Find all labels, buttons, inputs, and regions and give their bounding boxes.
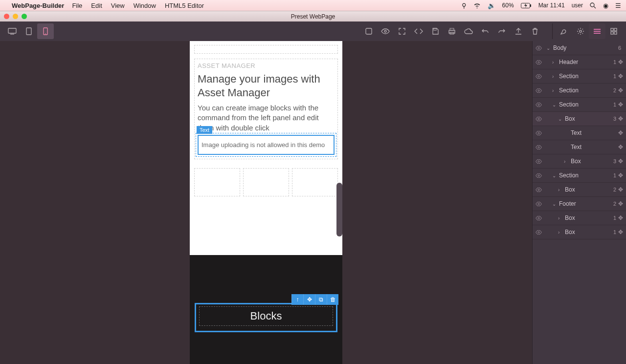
selected-text[interactable]: Image uploading is not allowed in this d…: [198, 135, 335, 155]
settings-panel-button[interactable]: [572, 23, 589, 39]
drag-handle-icon[interactable]: ✥: [618, 172, 623, 179]
visibility-toggle-icon[interactable]: [536, 60, 544, 64]
cloud-button[interactable]: [460, 23, 477, 39]
chevron-right-icon[interactable]: ›: [552, 74, 559, 79]
drag-handle-icon[interactable]: ✥: [618, 200, 623, 207]
visibility-toggle-icon[interactable]: [536, 46, 544, 50]
layer-row-text[interactable]: Text✥: [533, 126, 626, 140]
visibility-toggle-icon[interactable]: [536, 103, 544, 107]
layer-row-box[interactable]: ⌄Box3✥: [533, 112, 626, 126]
layer-label[interactable]: Box: [571, 158, 613, 165]
menu-window[interactable]: Window: [134, 2, 156, 9]
layers-panel-button[interactable]: [589, 23, 605, 39]
close-window-button[interactable]: [4, 14, 9, 19]
blocks-section-selected[interactable]: Blocks: [195, 303, 337, 332]
layer-row-section[interactable]: ⌄Section1✥: [533, 98, 626, 112]
layer-label[interactable]: Footer: [559, 200, 613, 207]
device-tablet-button[interactable]: [21, 23, 37, 39]
drag-handle-icon[interactable]: ✥: [618, 59, 623, 65]
selected-element[interactable]: Text Image uploading is not allowed in t…: [198, 135, 335, 155]
drag-handle-icon[interactable]: ✥: [618, 186, 623, 193]
visibility-toggle-icon[interactable]: [536, 145, 544, 150]
menu-edit[interactable]: Edit: [91, 2, 102, 9]
drag-handle-icon[interactable]: ✥: [618, 101, 623, 108]
canvas-area[interactable]: ASSET MANAGER Manage your images with As…: [0, 41, 532, 364]
layer-label[interactable]: Text: [571, 129, 618, 136]
drag-handle-icon[interactable]: ✥: [618, 129, 623, 136]
layer-row-box[interactable]: ›Box1✥: [533, 211, 626, 225]
layer-row-body[interactable]: ⌄Body6: [533, 41, 626, 55]
app-name[interactable]: WebPage-Builder: [12, 2, 64, 9]
column-1[interactable]: [194, 168, 240, 196]
visibility-toggle-icon[interactable]: [536, 188, 544, 192]
redo-button[interactable]: [493, 23, 510, 39]
drag-handle-icon[interactable]: ✥: [618, 214, 623, 221]
chevron-right-icon[interactable]: ›: [558, 215, 565, 221]
visibility-toggle-icon[interactable]: [536, 173, 544, 178]
chevron-down-icon[interactable]: ⌄: [552, 102, 559, 107]
asset-manager-section[interactable]: ASSET MANAGER Manage your images with As…: [194, 59, 338, 159]
menu-view[interactable]: View: [111, 2, 125, 9]
visibility-toggle-icon[interactable]: [536, 159, 544, 164]
battery-icon[interactable]: [521, 3, 532, 8]
blocks-panel-button[interactable]: [605, 23, 622, 39]
canvas-spacer[interactable]: [194, 45, 338, 54]
scrollbar-thumb[interactable]: [336, 183, 342, 236]
layer-label[interactable]: Section: [559, 87, 613, 94]
wifi-icon[interactable]: [473, 3, 481, 8]
layer-row-section[interactable]: ›Section2✥: [533, 84, 626, 98]
layer-label[interactable]: Section: [559, 73, 613, 80]
fullscreen-button[interactable]: [394, 23, 410, 39]
layer-row-text[interactable]: Text✥: [533, 140, 626, 154]
layer-label[interactable]: Section: [559, 101, 613, 108]
visibility-toggle-icon[interactable]: [536, 216, 544, 220]
undo-button[interactable]: [477, 23, 493, 39]
layer-label[interactable]: Box: [565, 115, 613, 122]
device-mobile-button[interactable]: [37, 23, 54, 39]
menu-html5[interactable]: HTML5 Editor: [165, 2, 204, 9]
layer-row-section[interactable]: ⌄Section1✥: [533, 169, 626, 183]
section-paragraph[interactable]: You can create image blocks with the com…: [198, 103, 335, 133]
copy-button[interactable]: ⧉: [315, 294, 327, 305]
drag-handle-icon[interactable]: ✥: [618, 73, 623, 80]
chevron-right-icon[interactable]: ›: [558, 230, 565, 235]
visibility-toggle-icon[interactable]: [536, 131, 544, 135]
column-2[interactable]: [243, 168, 289, 196]
layer-label[interactable]: Box: [565, 186, 613, 193]
preview-button[interactable]: [377, 23, 394, 39]
print-button[interactable]: [444, 23, 460, 39]
drag-handle-icon[interactable]: ✥: [618, 115, 623, 122]
chevron-down-icon[interactable]: ⌄: [546, 45, 553, 51]
styles-panel-button[interactable]: [556, 23, 572, 39]
save-button[interactable]: [427, 23, 444, 39]
drag-handle-icon[interactable]: ✥: [618, 87, 623, 94]
layer-label[interactable]: Text: [571, 144, 618, 150]
clock[interactable]: Mar 11:41: [538, 2, 565, 9]
bluetooth-icon[interactable]: ⚲: [462, 2, 467, 9]
layer-row-box[interactable]: ›Box2✥: [533, 183, 626, 197]
user-label[interactable]: user: [572, 2, 583, 9]
layer-label[interactable]: Box: [565, 214, 613, 221]
layer-label[interactable]: Section: [559, 172, 613, 179]
drag-handle-icon[interactable]: ✥: [618, 158, 623, 165]
visibility-toggle-icon[interactable]: [536, 74, 544, 79]
export-button[interactable]: [510, 23, 527, 39]
minimize-window-button[interactable]: [13, 14, 18, 19]
trash-button[interactable]: [527, 23, 543, 39]
visibility-toggle-icon[interactable]: [536, 230, 544, 235]
column-3[interactable]: [292, 168, 338, 196]
volume-icon[interactable]: 🔉: [488, 2, 495, 9]
layer-row-section[interactable]: ›Section1✥: [533, 69, 626, 84]
chevron-right-icon[interactable]: ›: [552, 88, 559, 93]
footer-section[interactable]: ↑ ✥ ⧉ 🗑 Blocks: [190, 255, 342, 364]
layer-row-box[interactable]: ›Box1✥: [533, 225, 626, 239]
chevron-down-icon[interactable]: ⌄: [552, 173, 559, 178]
layer-label[interactable]: Header: [559, 59, 613, 65]
chevron-right-icon[interactable]: ›: [564, 159, 571, 164]
visibility-toggle-icon[interactable]: [536, 202, 544, 206]
notifications-icon[interactable]: ☰: [615, 2, 621, 9]
zoom-window-button[interactable]: [22, 14, 27, 19]
three-column-row[interactable]: [194, 168, 338, 196]
visibility-toggle-icon[interactable]: [536, 117, 544, 121]
menu-file[interactable]: File: [72, 2, 82, 9]
